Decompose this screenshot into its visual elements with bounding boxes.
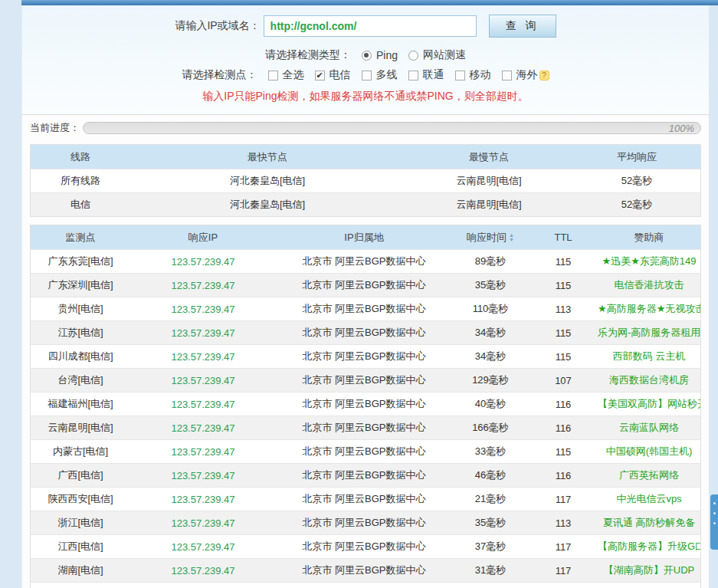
query-form: 请输入IP或域名： 查 询 请选择检测类型： Ping网站测速 请选择检测点： … (22, 5, 709, 115)
summary-table: 线路最快节点最慢节点平均响应 所有线路河北秦皇岛[电信]云南昆明[电信]52毫秒… (30, 144, 701, 217)
checkbox-unchecked-icon[interactable] (502, 71, 512, 80)
sort-arrows-icon[interactable]: ▲▼ (509, 233, 514, 242)
result-row: 湖南郴州[电信]123.57.239.47北京市 阿里云BGP数据中心36毫秒1… (31, 582, 700, 588)
checkbox-option-4[interactable]: 移动 (455, 68, 491, 82)
sponsor-link[interactable]: 云南蓝队网络 (619, 422, 679, 433)
summary-header-cell: 线路 (31, 150, 130, 164)
sponsor-cell: ★高防服务器★无视攻击 (598, 302, 700, 316)
sponsor-link[interactable]: 广西英拓网络 (619, 469, 679, 481)
check-type-label: 请选择检测类型： (265, 48, 351, 62)
sponsor-link[interactable]: 海西数据台湾机房 (609, 374, 689, 386)
summary-table-header: 线路最快节点最慢节点平均响应 (31, 145, 700, 169)
response-ip-cell: 123.57.239.47 (130, 494, 276, 505)
monitor-cell: 广东东莞[电信] (31, 255, 130, 268)
summary-cell: 所有线路 (31, 174, 130, 188)
progress-label: 当前进度： (30, 121, 80, 135)
result-row: 江西[电信]123.57.239.47北京市 阿里云BGP数据中心37毫秒117… (31, 534, 700, 558)
monitor-cell: 台湾[电信] (31, 373, 130, 387)
sponsor-cell: 海西数据台湾机房 (598, 373, 700, 387)
sponsor-cell: 乐为网-高防服务器租用 (598, 326, 700, 340)
response-time-cell: 40毫秒 (452, 397, 529, 411)
checkbox-option-1[interactable]: ✔电信 (315, 68, 351, 82)
sponsor-link[interactable]: 西部数码 云主机 (613, 350, 686, 362)
result-row: 福建福州[电信]123.57.239.47北京市 阿里云BGP数据中心40毫秒1… (31, 392, 700, 416)
sponsor-link[interactable]: 电信香港抗攻击 (615, 279, 684, 291)
radio-label: Ping (376, 49, 398, 61)
ip-field-label: 请输入IP或域名： (175, 19, 260, 33)
result-row: 贵州[电信]123.57.239.47北京市 阿里云BGP数据中心110毫秒11… (31, 297, 700, 320)
result-header-cell: IP归属地 (276, 231, 452, 245)
ttl-cell: 113 (529, 304, 598, 315)
checkbox-unchecked-icon[interactable] (362, 71, 372, 80)
sponsor-cell: 夏讯通 高防秒解免备 (598, 516, 700, 530)
ttl-cell: 115 (529, 351, 598, 363)
sponsor-link[interactable]: 中光电信云vps (616, 493, 681, 504)
checkbox-unchecked-icon[interactable] (408, 71, 418, 80)
checkbox-option-0[interactable]: 全选 (268, 68, 304, 82)
result-row: 台湾[电信]123.57.239.47北京市 阿里云BGP数据中心129毫秒10… (31, 368, 700, 392)
result-header-label: 响应时间 (467, 231, 507, 245)
checkbox-option-2[interactable]: 多线 (362, 68, 398, 82)
radio-unselected-icon[interactable] (408, 51, 418, 61)
checkbox-label: 联通 (423, 68, 444, 82)
monitor-cell: 广西[电信] (31, 468, 130, 482)
sponsor-cell: 【湖南高防】开UDP (598, 563, 700, 577)
ttl-cell: 115 (529, 280, 598, 291)
monitor-cell: 内蒙古[电信] (31, 445, 130, 458)
sort-response-time-header[interactable]: 响应时间▲▼ (467, 231, 514, 245)
ip-location-cell: 北京市 阿里云BGP数据中心 (276, 445, 452, 458)
response-ip-cell: 123.57.239.47 (130, 565, 276, 577)
ip-location-cell: 北京市 阿里云BGP数据中心 (276, 255, 452, 268)
ip-domain-input[interactable] (264, 15, 477, 37)
query-button[interactable]: 查 询 (489, 15, 556, 38)
ip-location-cell: 北京市 阿里云BGP数据中心 (276, 397, 452, 411)
ttl-cell: 117 (529, 541, 598, 553)
progress-bar: 100% (83, 122, 701, 134)
radio-option-1[interactable]: 网站测速 (408, 48, 466, 62)
response-ip-cell: 123.57.239.47 (130, 256, 276, 268)
response-time-cell: 33毫秒 (452, 445, 529, 458)
response-ip-cell: 123.57.239.47 (130, 375, 276, 386)
checkbox-option-5[interactable]: 海外? (502, 68, 549, 82)
sponsor-link[interactable]: ★迅美★东莞高防149 (602, 255, 697, 267)
radio-option-0[interactable]: Ping (362, 48, 398, 62)
sponsor-cell: 【美国双高防】网站秒开 (598, 397, 700, 411)
sponsor-link[interactable]: 乐为网-高防服务器租用 (598, 327, 700, 338)
ip-location-cell: 北京市 阿里云BGP数据中心 (276, 468, 452, 482)
sponsor-link[interactable]: 【湖南高防】开UDP (604, 564, 694, 576)
checkbox-unchecked-icon[interactable] (268, 71, 278, 80)
result-row: 广西[电信]123.57.239.47北京市 阿里云BGP数据中心46毫秒116… (31, 463, 700, 487)
sponsor-link[interactable]: 【美国双高防】网站秒开 (598, 398, 700, 409)
summary-row: 所有线路河北秦皇岛[电信]云南昆明[电信]52毫秒 (31, 169, 700, 192)
ip-location-cell: 北京市 阿里云BGP数据中心 (276, 373, 452, 387)
floating-side-widget[interactable] (710, 494, 718, 550)
result-table-header: 监测点响应IPIP归属地响应时间▲▼TTL赞助商 (31, 225, 700, 249)
ttl-cell: 116 (529, 422, 598, 434)
response-ip-cell: 123.57.239.47 (130, 304, 276, 315)
result-row: 江苏[电信]123.57.239.47北京市 阿里云BGP数据中心34毫秒115… (31, 320, 700, 344)
ttl-cell: 117 (529, 494, 598, 505)
ttl-cell: 117 (529, 565, 598, 577)
sponsor-link[interactable]: 中国硕网(韩国主机) (606, 445, 693, 457)
result-row: 内蒙古[电信]123.57.239.47北京市 阿里云BGP数据中心33毫秒11… (31, 439, 700, 463)
summary-row: 电信河北秦皇岛[电信]云南昆明[电信]52毫秒 (31, 192, 700, 216)
summary-header-cell: 最慢节点 (405, 150, 573, 164)
sponsor-link[interactable]: ★高防服务器★无视攻击 (598, 303, 700, 314)
summary-header-cell: 最快节点 (130, 150, 405, 164)
result-row: 陕西西安[电信]123.57.239.47北京市 阿里云BGP数据中心21毫秒1… (31, 487, 700, 511)
sponsor-link[interactable]: 【高防服务器】升级G口 (598, 540, 700, 552)
ttl-cell: 115 (529, 256, 598, 268)
sponsor-link[interactable]: 夏讯通 高防秒解免备 (603, 517, 696, 528)
checkbox-option-3[interactable]: 联通 (408, 68, 444, 82)
response-time-cell: 34毫秒 (452, 350, 529, 363)
checkbox-checked-icon[interactable]: ✔ (315, 71, 325, 80)
response-ip-cell: 123.57.239.47 (130, 351, 276, 363)
monitor-cell: 江苏[电信] (31, 326, 130, 340)
radio-selected-icon[interactable] (362, 51, 372, 61)
checkbox-label: 全选 (283, 68, 304, 82)
overseas-help-icon[interactable]: ? (539, 71, 549, 80)
monitor-cell: 湖南[电信] (31, 563, 130, 577)
main-container: 请输入IP或域名： 查 询 请选择检测类型： Ping网站测速 请选择检测点： … (21, 5, 709, 588)
monitor-cell: 贵州[电信] (31, 302, 130, 316)
checkbox-unchecked-icon[interactable] (455, 71, 465, 80)
